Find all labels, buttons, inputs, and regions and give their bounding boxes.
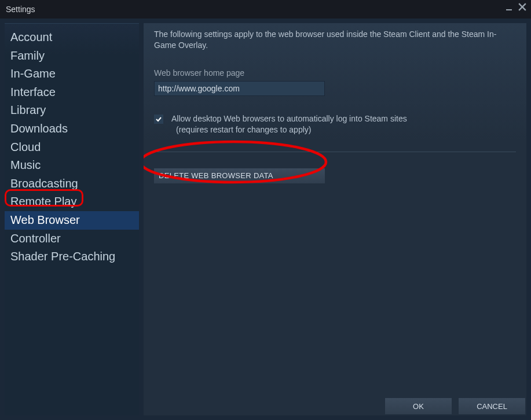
sidebar-item-broadcasting[interactable]: Broadcasting bbox=[5, 175, 139, 193]
sidebar-item-cloud[interactable]: Cloud bbox=[5, 138, 139, 157]
sidebar-item-controller[interactable]: Controller bbox=[5, 230, 139, 248]
titlebar[interactable]: Settings bbox=[0, 0, 531, 19]
homepage-input[interactable] bbox=[154, 81, 325, 96]
auto-login-label: Allow desktop Web browsers to automatica… bbox=[171, 114, 407, 123]
sidebar-item-library[interactable]: Library bbox=[5, 101, 139, 120]
auto-login-row: Allow desktop Web browsers to automatica… bbox=[154, 113, 516, 135]
window-title: Settings bbox=[6, 5, 35, 14]
settings-sidebar: AccountFamilyIn-GameInterfaceLibraryDown… bbox=[5, 23, 139, 415]
window-body: AccountFamilyIn-GameInterfaceLibraryDown… bbox=[0, 19, 531, 420]
homepage-label: Web browser home page bbox=[154, 68, 516, 78]
sidebar-item-downloads[interactable]: Downloads bbox=[5, 120, 139, 138]
divider bbox=[154, 152, 516, 152]
footer: OK CANCEL bbox=[0, 392, 531, 420]
sidebar-item-music[interactable]: Music bbox=[5, 156, 139, 175]
close-button[interactable] bbox=[518, 3, 526, 13]
sidebar-item-remote-play[interactable]: Remote Play bbox=[5, 193, 139, 211]
sidebar-item-interface[interactable]: Interface bbox=[5, 83, 139, 102]
ok-button[interactable]: OK bbox=[385, 398, 452, 414]
settings-window: Settings AccountFamilyIn-GameInterfaceLi… bbox=[0, 0, 531, 420]
sidebar-item-shader-pre-caching[interactable]: Shader Pre-Caching bbox=[5, 248, 139, 266]
cancel-button[interactable]: CANCEL bbox=[459, 398, 525, 414]
annotation-delete-circle bbox=[144, 136, 332, 194]
description-text: The following settings apply to the web … bbox=[154, 29, 516, 51]
auto-login-sublabel: (requires restart for changes to apply) bbox=[171, 125, 311, 134]
minimize-button[interactable] bbox=[506, 3, 512, 13]
window-controls bbox=[506, 3, 526, 13]
sidebar-item-account[interactable]: Account bbox=[5, 28, 139, 47]
settings-content: The following settings apply to the web … bbox=[144, 23, 526, 415]
delete-browser-data-button[interactable]: DELETE WEB BROWSER DATA bbox=[154, 168, 325, 183]
sidebar-item-family[interactable]: Family bbox=[5, 47, 139, 65]
sidebar-item-in-game[interactable]: In-Game bbox=[5, 65, 139, 83]
auto-login-checkbox[interactable] bbox=[154, 115, 163, 124]
sidebar-item-web-browser[interactable]: Web Browser bbox=[5, 211, 139, 230]
auto-login-text: Allow desktop Web browsers to automatica… bbox=[171, 113, 407, 135]
